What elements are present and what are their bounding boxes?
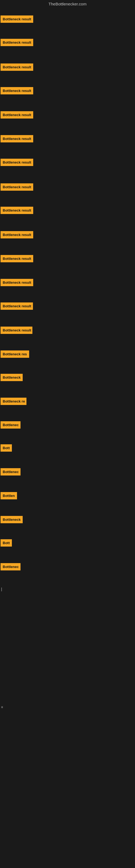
site-title-text: TheBottlenecker.com	[49, 2, 87, 6]
bottleneck-badge-12[interactable]: Bottleneck result	[1, 279, 33, 286]
bottleneck-badge-16[interactable]: Bottleneck	[1, 374, 23, 381]
bottleneck-row-8[interactable]: Bottleneck result	[1, 183, 33, 192]
bottleneck-row-3[interactable]: Bottleneck result	[1, 63, 33, 72]
bottleneck-row-16[interactable]: Bottleneck	[1, 374, 23, 382]
bottleneck-badge-1[interactable]: Bottleneck result	[1, 16, 33, 23]
bottleneck-row-1[interactable]: Bottleneck result	[1, 16, 33, 24]
bottleneck-row-5[interactable]: Bottleneck result	[1, 111, 33, 120]
bottleneck-badge-4[interactable]: Bottleneck result	[1, 87, 33, 94]
bottleneck-badge-13[interactable]: Bottleneck result	[1, 303, 33, 310]
bottleneck-badge-14[interactable]: Bottleneck result	[1, 327, 32, 334]
bottleneck-badge-22[interactable]: Bottleneck	[1, 516, 23, 523]
cursor-marker: |	[1, 587, 2, 591]
bottleneck-badge-18[interactable]: Bottlenec	[1, 421, 20, 429]
bottleneck-row-21[interactable]: Bottlen	[1, 492, 17, 500]
bottleneck-badge-5[interactable]: Bottleneck result	[1, 111, 33, 119]
bottleneck-row-18[interactable]: Bottlenec	[1, 421, 20, 430]
bottleneck-row-2[interactable]: Bottleneck result	[1, 39, 33, 47]
bottleneck-row-17[interactable]: Bottleneck re	[1, 398, 27, 406]
bottleneck-badge-7[interactable]: Bottleneck result	[1, 159, 33, 166]
bottleneck-row-9[interactable]: Bottleneck result	[1, 207, 33, 215]
bottleneck-row-10[interactable]: Bottleneck result	[1, 231, 33, 240]
bottleneck-badge-24[interactable]: Bottlenec	[1, 563, 20, 570]
bottleneck-row-11[interactable]: Bottleneck result	[1, 255, 33, 264]
bottleneck-badge-23[interactable]: Bott	[1, 539, 12, 547]
bottleneck-badge-9[interactable]: Bottleneck result	[1, 207, 33, 214]
bottleneck-row-22[interactable]: Bottleneck	[1, 516, 23, 524]
bottleneck-badge-3[interactable]: Bottleneck result	[1, 63, 33, 71]
bottleneck-row-13[interactable]: Bottleneck result	[1, 303, 33, 311]
bottleneck-row-19[interactable]: Bott	[1, 444, 12, 453]
page-wrapper: TheBottlenecker.com Bottleneck resultBot…	[0, 0, 135, 868]
bottleneck-row-7[interactable]: Bottleneck result	[1, 159, 33, 167]
bottleneck-row-14[interactable]: Bottleneck result	[1, 327, 32, 335]
bottleneck-badge-8[interactable]: Bottleneck result	[1, 183, 33, 191]
bottleneck-badge-15[interactable]: Bottleneck res	[1, 350, 29, 358]
bottleneck-row-24[interactable]: Bottlenec	[1, 563, 20, 571]
bottleneck-badge-6[interactable]: Bottleneck result	[1, 135, 33, 143]
bottleneck-badge-19[interactable]: Bott	[1, 444, 12, 452]
site-title: TheBottlenecker.com	[0, 0, 135, 9]
bottleneck-row-4[interactable]: Bottleneck result	[1, 87, 33, 95]
bottleneck-badge-17[interactable]: Bottleneck re	[1, 398, 27, 405]
bottleneck-row-15[interactable]: Bottleneck res	[1, 350, 29, 359]
bottleneck-badge-10[interactable]: Bottleneck result	[1, 231, 33, 239]
bottleneck-badge-11[interactable]: Bottleneck result	[1, 255, 33, 262]
bottleneck-row-20[interactable]: Bottlenec	[1, 468, 20, 476]
bottleneck-row-12[interactable]: Bottleneck result	[1, 279, 33, 287]
bottleneck-badge-20[interactable]: Bottlenec	[1, 468, 20, 475]
extra-marker: ≡	[1, 705, 3, 709]
bottleneck-badge-21[interactable]: Bottlen	[1, 492, 17, 499]
bottleneck-row-23[interactable]: Bott	[1, 539, 12, 548]
bottleneck-badge-2[interactable]: Bottleneck result	[1, 39, 33, 46]
bottleneck-row-6[interactable]: Bottleneck result	[1, 135, 33, 144]
